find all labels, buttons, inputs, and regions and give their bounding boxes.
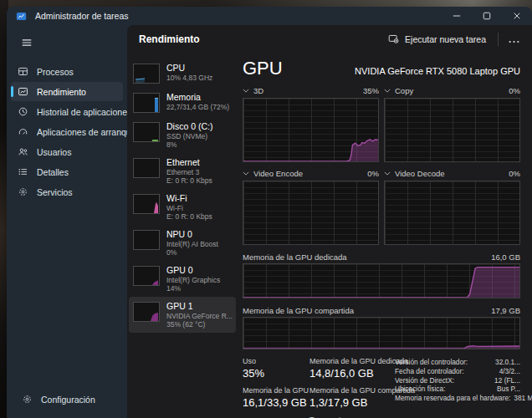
perf-item-detail: E: 0 R: 0 Kbps — [166, 212, 212, 221]
sidebar-item-servicios[interactable]: Servicios — [11, 182, 123, 201]
stat-value: 16,1/33,9 GB — [243, 396, 303, 410]
chart-value: 0% — [509, 86, 520, 95]
chevron-down-icon[interactable] — [243, 89, 249, 93]
perf-item-detail: 0% — [166, 248, 218, 257]
perf-item-detail: NVIDIA GeForce R... — [166, 312, 233, 320]
sidebar-item-configuracion[interactable]: Configuración — [15, 390, 119, 409]
perf-item-memoria[interactable]: Memoria22,7/31,4 GB (72%) — [129, 88, 236, 117]
perf-item-ethernet[interactable]: EthernetEthernet 3E: 0 R: 0 Kbps — [129, 153, 236, 189]
chart-header-shared-memory: Memoria de la GPU compartida 17,9 GB — [243, 305, 520, 316]
chart-title: Copy — [395, 86, 413, 95]
stat-value: 14,8/16,0 GB — [309, 367, 388, 380]
chart-header-copy: Copy 0% — [384, 84, 520, 96]
perf-item-cpu[interactable]: CPU10% 4,83 GHz — [129, 59, 236, 88]
perf-item-npu0[interactable]: NPU 0Intel(R) AI Boost0% — [129, 225, 236, 261]
gpu1-mini-chart — [133, 302, 160, 322]
chart-title: Memoria de la GPU compartida — [243, 306, 354, 315]
memory-mini-chart — [133, 93, 160, 113]
chart-title: Memoria de la GPU dedicada — [243, 252, 347, 262]
more-options-button[interactable] — [502, 30, 525, 48]
task-manager-app-icon — [16, 11, 27, 22]
chart-value: 35% — [363, 86, 379, 95]
perf-item-name: Wi-Fi — [166, 193, 212, 204]
chart-value: 0% — [509, 169, 520, 178]
stat-value: 32.0.1... — [495, 358, 520, 367]
chart-header-dedicated-memory: Memoria de la GPU dedicada 16,0 GB — [243, 252, 520, 263]
chart-header-3d: 3D 35% — [243, 84, 379, 96]
perf-item-detail: Intel(R) AI Boost — [166, 240, 218, 248]
titlebar[interactable]: Administrador de tareas — [7, 7, 532, 25]
gear-icon — [22, 394, 33, 405]
stat-value: 1,3/17,9 GB — [309, 396, 388, 410]
stat-label: Ubicación física: — [395, 385, 445, 394]
details-list-icon — [18, 166, 28, 177]
chart-video-encode — [243, 181, 379, 245]
chevron-down-icon[interactable] — [384, 89, 391, 93]
window-controls — [442, 7, 532, 25]
minimize-button[interactable] — [442, 7, 472, 25]
perf-item-name: GPU 0 — [166, 265, 220, 276]
stat-label: Memoria reservada para el hardware: — [395, 394, 510, 403]
run-task-label: Ejecutar nueva tarea — [405, 34, 486, 44]
sidebar-item-historial[interactable]: Historial de aplicaciones — [11, 102, 123, 121]
stat-label: Uso — [243, 357, 303, 366]
main-panel: Rendimiento Ejecutar nueva tarea CPU10% … — [127, 25, 532, 418]
performance-icon — [18, 86, 28, 97]
gpu0-mini-chart — [133, 266, 160, 286]
content-area: CPU10% 4,83 GHz Memoria22,7/31,4 GB (72%… — [127, 54, 532, 418]
chevron-down-icon[interactable] — [384, 171, 391, 176]
minimize-icon — [453, 10, 461, 23]
sidebar-item-usuarios[interactable]: Usuarios — [11, 142, 123, 161]
perf-item-gpu1[interactable]: GPU 1NVIDIA GeForce R...35% (62 °C) — [129, 297, 236, 333]
chart-3d — [243, 98, 379, 162]
perf-item-gpu0[interactable]: GPU 0Intel(R) Graphics14% — [129, 261, 236, 297]
users-icon — [18, 146, 28, 157]
disk-mini-chart — [133, 122, 160, 142]
chart-shared-memory — [243, 317, 520, 349]
perf-item-detail: Wi-Fi — [166, 204, 212, 212]
window-title: Administrador de tareas — [35, 11, 128, 21]
perf-item-wifi[interactable]: Wi-FiWi-FiE: 0 R: 0 Kbps — [129, 189, 236, 225]
sidebar-item-arranque[interactable]: Aplicaciones de arranque — [11, 122, 123, 141]
chevron-down-icon[interactable] — [243, 171, 249, 176]
nav-toggle-button[interactable] — [15, 35, 38, 52]
perf-item-detail: SSD (NVMe) — [166, 132, 212, 140]
sidebar-item-label: Historial de aplicaciones — [37, 107, 131, 117]
maximize-icon — [483, 10, 491, 23]
perf-item-detail: 35% (62 °C) — [166, 320, 233, 329]
chart-dedicated-memory — [243, 263, 520, 298]
gpu-title: GPU — [243, 58, 283, 79]
stat-value: 381 MB — [514, 394, 532, 403]
sidebar-item-detalles[interactable]: Detalles — [11, 162, 123, 181]
perf-item-disco0[interactable]: Disco 0 (C:)SSD (NVMe)8% — [129, 117, 236, 153]
header-divider — [498, 33, 499, 46]
page-title: Rendimiento — [139, 33, 200, 45]
chart-title: Video Decode — [395, 169, 445, 178]
gpu-stats: Uso 35% Memoria de la GPU 16,1/33,9 GB M… — [243, 357, 520, 418]
chart-title: 3D — [253, 86, 263, 95]
maximize-button[interactable] — [472, 7, 502, 25]
stat-label: Memoria de la GPU — [243, 386, 303, 395]
sidebar-item-rendimiento[interactable]: Rendimiento — [11, 82, 123, 101]
stat-value: 4/3/2... — [499, 367, 520, 376]
sidebar-item-label: Aplicaciones de arranque — [37, 127, 136, 137]
perf-item-name: Ethernet — [166, 157, 212, 168]
close-icon — [513, 10, 521, 23]
services-gear-icon — [18, 186, 28, 197]
chart-max-value: 16,0 GB — [491, 252, 520, 262]
perf-item-detail: E: 0 R: 0 Kbps — [166, 176, 212, 185]
history-icon — [18, 106, 28, 117]
run-new-task-button[interactable]: Ejecutar nueva tarea — [380, 29, 494, 50]
perf-item-name: Memoria — [166, 92, 229, 103]
perf-item-detail: 22,7/31,4 GB (72%) — [166, 103, 229, 111]
gpu-detail-panel: GPU NVIDIA GeForce RTX 5080 Laptop GPU 3… — [243, 54, 520, 418]
npu-mini-chart — [133, 230, 160, 250]
close-button[interactable] — [502, 7, 532, 25]
sidebar-item-label: Configuración — [41, 395, 95, 405]
perf-item-detail: 10% 4,83 GHz — [166, 74, 212, 82]
more-icon — [509, 33, 519, 46]
sidebar-item-procesos[interactable]: Procesos — [11, 62, 123, 81]
stat-value: 35% — [243, 367, 303, 380]
perf-item-detail: Intel(R) Graphics — [166, 276, 220, 284]
panel-header: Rendimiento Ejecutar nueva tarea — [127, 25, 532, 54]
